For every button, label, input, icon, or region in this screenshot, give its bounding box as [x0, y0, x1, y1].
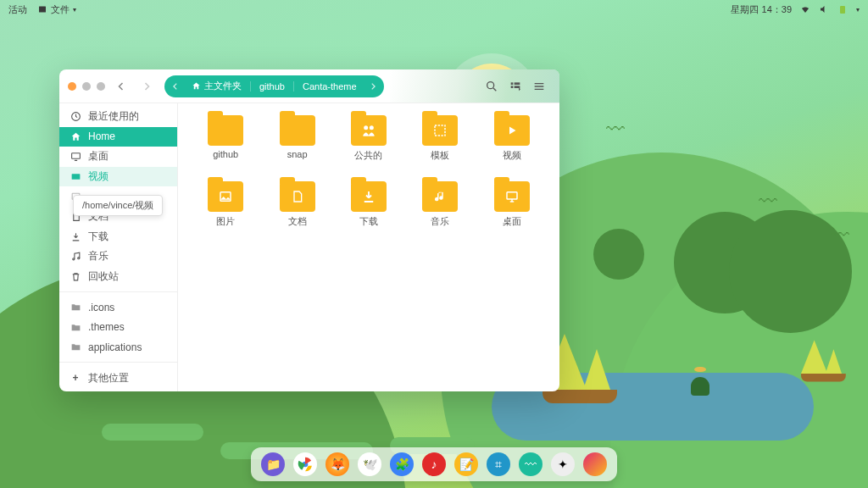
sidebar-item-label: applications: [88, 341, 142, 353]
svg-point-13: [364, 125, 368, 130]
folder-icon: [70, 321, 81, 333]
hamburger-menu-icon[interactable]: [532, 80, 546, 93]
bird-illustration: 〰: [831, 225, 849, 247]
folder-pictures[interactable]: 图片: [192, 181, 259, 242]
file-label: 文档: [288, 215, 307, 228]
sidebar-item-label: 音乐: [88, 249, 108, 263]
svg-rect-1: [840, 6, 845, 14]
dock-item-software[interactable]: 🧩: [390, 452, 414, 476]
folder-music[interactable]: 音乐: [406, 181, 474, 242]
close-button[interactable]: [68, 82, 76, 91]
video-icon: [70, 170, 81, 182]
chevron-down-icon: ▾: [73, 6, 76, 14]
files-grid: github snap 公共的 模板 视频 图片 文档 下载 音乐 桌面: [178, 103, 559, 391]
sidebar-item-trash[interactable]: 回收站: [59, 266, 177, 286]
svg-rect-6: [515, 86, 520, 88]
breadcrumb-label: Canta-theme: [303, 81, 357, 92]
folder-public[interactable]: 公共的: [335, 115, 403, 176]
file-manager-window: 主文件夹 github Canta-theme 最近使用的 Home: [59, 69, 559, 391]
sidebar-item-videos[interactable]: 视频: [59, 167, 177, 187]
sidebar: 最近使用的 Home 桌面 视频 文档: [59, 103, 178, 391]
app-menu[interactable]: 文件 ▾: [37, 3, 76, 16]
sidebar-item-icons-dir[interactable]: .icons: [59, 297, 177, 318]
folder-github[interactable]: github: [192, 115, 259, 176]
sidebar-item-other-locations[interactable]: + 其他位置: [59, 368, 177, 388]
plus-icon: +: [70, 372, 81, 384]
svg-point-2: [487, 81, 494, 88]
sidebar-item-label: 下载: [88, 230, 108, 244]
clock-icon: [70, 111, 81, 123]
sidebar-item-themes-dir[interactable]: .themes: [59, 317, 177, 337]
breadcrumb-home-label: 主文件夹: [204, 80, 242, 92]
sidebar-item-downloads[interactable]: 下载: [59, 226, 177, 247]
file-label: 音乐: [431, 215, 449, 228]
breadcrumb-next[interactable]: [365, 79, 381, 94]
sidebar-item-label: 桌面: [88, 149, 108, 164]
bird-illustration: 〰: [606, 119, 625, 141]
sidebar-separator: [59, 362, 177, 363]
wifi-icon[interactable]: [800, 4, 810, 14]
back-button[interactable]: [112, 77, 131, 96]
folder-snap[interactable]: snap: [263, 115, 331, 176]
home-icon: [192, 81, 201, 91]
sidebar-item-label: Home: [88, 130, 115, 142]
window-header: 主文件夹 github Canta-theme: [59, 69, 559, 103]
file-label: 视频: [503, 149, 521, 162]
sidebar-item-label: 其他位置: [88, 371, 129, 385]
file-label: snap: [287, 149, 308, 159]
maximize-button[interactable]: [97, 82, 105, 91]
window-controls: [68, 82, 105, 91]
breadcrumb-seg[interactable]: github: [250, 81, 293, 92]
folder-documents[interactable]: 文档: [263, 181, 331, 242]
dock-item-netease[interactable]: ♪: [422, 452, 446, 476]
dock-item-screenshot[interactable]: ⌗: [487, 452, 510, 476]
svg-rect-15: [435, 125, 445, 136]
sidebar-item-recent[interactable]: 最近使用的: [59, 107, 177, 127]
svg-rect-5: [511, 86, 514, 88]
search-icon[interactable]: [485, 80, 498, 93]
folder-templates[interactable]: 模板: [406, 115, 474, 176]
svg-point-14: [370, 125, 374, 130]
sidebar-item-label: 最近使用的: [88, 109, 139, 124]
file-label: 图片: [216, 215, 235, 228]
file-label: 桌面: [503, 215, 521, 228]
minimize-button[interactable]: [82, 82, 91, 91]
chevron-down-icon[interactable]: ▾: [856, 6, 860, 14]
svg-point-12: [77, 258, 79, 259]
tooltip-text: /home/vince/视频: [82, 200, 153, 210]
top-bar: 活动 文件 ▾ 星期四 14：39 ▾: [0, 0, 868, 19]
dock-item-monitor[interactable]: 〰: [519, 452, 542, 476]
svg-point-11: [72, 258, 74, 260]
volume-icon[interactable]: [819, 4, 829, 14]
activities-button[interactable]: 活动: [8, 3, 27, 16]
battery-icon[interactable]: [837, 4, 848, 14]
dock-item-firefox[interactable]: 🦊: [326, 452, 349, 476]
dock-item-editor[interactable]: 📝: [454, 452, 478, 476]
file-label: 模板: [431, 149, 449, 162]
home-icon: [70, 130, 81, 142]
files-icon: [37, 4, 47, 14]
breadcrumb-home[interactable]: 主文件夹: [183, 80, 250, 92]
sidebar-separator: [59, 291, 177, 292]
dock-item-settings[interactable]: ✦: [551, 452, 575, 476]
sidebar-item-home[interactable]: Home: [59, 127, 177, 147]
sidebar-item-applications-dir[interactable]: applications: [59, 337, 177, 358]
dock-item-messenger[interactable]: 🕊️: [358, 452, 381, 476]
dock-item-chrome[interactable]: [293, 452, 317, 476]
forward-button[interactable]: [137, 77, 156, 96]
sidebar-item-label: 视频: [88, 169, 108, 184]
breadcrumb-seg[interactable]: Canta-theme: [293, 81, 365, 92]
folder-downloads[interactable]: 下载: [335, 181, 403, 242]
dock-item-launcher[interactable]: [583, 452, 607, 476]
folder-icon: [70, 341, 81, 353]
clock[interactable]: 星期四 14：39: [731, 3, 792, 16]
sidebar-item-music[interactable]: 音乐: [59, 247, 177, 267]
folder-videos[interactable]: 视频: [478, 115, 546, 176]
folder-desktop[interactable]: 桌面: [478, 181, 546, 242]
view-list-icon[interactable]: [509, 80, 522, 93]
file-label: 公共的: [354, 149, 382, 162]
bird-illustration: 〰: [759, 191, 777, 213]
breadcrumb-prev[interactable]: [168, 79, 183, 94]
sidebar-item-desktop[interactable]: 桌面: [59, 147, 177, 167]
dock-item-files[interactable]: 📁: [261, 452, 285, 476]
